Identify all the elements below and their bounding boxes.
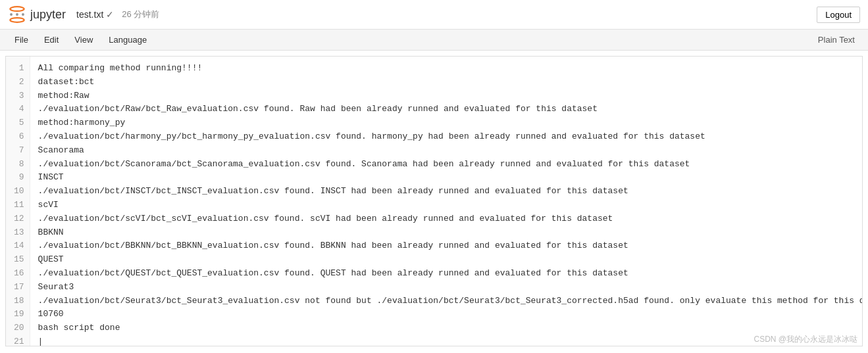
code-line: |: [38, 335, 857, 346]
code-line: ./evaluation/bct/INSCT/bct_INSCT_evaluat…: [38, 185, 857, 199]
line-number: 19: [11, 308, 27, 321]
save-time-text: 26 分钟前: [122, 9, 159, 20]
line-number: 6: [11, 130, 27, 144]
code-line: scVI: [38, 199, 857, 212]
topbar: jupyter test.txt ✓ 26 分钟前 Logout: [0, 0, 868, 30]
line-number: 8: [11, 158, 27, 172]
line-number: 10: [11, 185, 27, 199]
menubar: File Edit View Language Plain Text: [0, 30, 868, 51]
line-number: 1: [11, 62, 27, 76]
code-line: ./evaluation/bct/Scanorama/bct_Scanorama…: [38, 158, 857, 172]
svg-point-3: [16, 13, 18, 16]
jupyter-brand-text: jupyter: [30, 8, 66, 22]
code-line: method:harmony_py: [38, 116, 857, 130]
watermark-text: CSDN @我的心永远是冰冰哒: [753, 334, 857, 345]
menu-edit[interactable]: Edit: [38, 32, 65, 47]
code-line: method:Raw: [38, 89, 857, 103]
filename-text: test.txt: [76, 9, 103, 20]
line-number: 3: [11, 89, 27, 103]
svg-point-2: [10, 13, 13, 16]
code-line: INSCT: [38, 171, 857, 185]
line-number: 13: [11, 226, 27, 240]
line-number: 11: [11, 199, 27, 212]
svg-point-1: [10, 18, 24, 22]
code-line: ./evaluation/bct/QUEST/bct_QUEST_evaluat…: [38, 267, 857, 281]
code-line: QUEST: [38, 253, 857, 267]
line-number: 16: [11, 267, 27, 281]
menu-view[interactable]: View: [68, 32, 99, 47]
line-number: 12: [11, 212, 27, 226]
menu-language[interactable]: Language: [102, 32, 153, 47]
plain-text-indicator: Plain Text: [818, 35, 860, 45]
line-number: 20: [11, 321, 27, 335]
jupyter-logo-icon: [8, 5, 26, 24]
saved-checkmark-icon: ✓: [106, 9, 114, 20]
line-number: 7: [11, 144, 27, 158]
code-line: Seurat3: [38, 281, 857, 294]
line-number: 2: [11, 76, 27, 89]
code-content[interactable]: All comparing method running!!!!dataset:…: [30, 57, 862, 346]
code-line: ./evaluation/bct/BBKNN/bct_BBKNN_evaluat…: [38, 239, 857, 253]
line-number: 9: [11, 171, 27, 185]
code-line: ./evaluation/bct/harmony_py/bct_harmony_…: [38, 130, 857, 144]
menu-file[interactable]: File: [8, 32, 35, 47]
svg-point-4: [22, 13, 24, 16]
line-number: 14: [11, 239, 27, 253]
code-line: 10760: [38, 308, 857, 321]
filename-area: test.txt ✓ 26 分钟前: [76, 9, 159, 20]
code-line: dataset:bct: [38, 76, 857, 89]
code-line: bash script done: [38, 321, 857, 335]
line-number: 17: [11, 281, 27, 294]
line-number: 5: [11, 116, 27, 130]
code-line: Scanorama: [38, 144, 857, 158]
logout-button[interactable]: Logout: [817, 7, 860, 23]
line-number: 15: [11, 253, 27, 267]
line-numbers: 123456789101112131415161718192021: [6, 57, 30, 346]
code-line: ./evaluation/bct/Seurat3/bct_Seurat3_eva…: [38, 294, 857, 308]
line-number: 18: [11, 294, 27, 308]
code-line: BBKNN: [38, 226, 857, 240]
code-line: ./evaluation/bct/scVI/bct_scVI_evaluatio…: [38, 212, 857, 226]
svg-point-0: [10, 7, 24, 11]
line-number: 4: [11, 103, 27, 116]
code-line: ./evaluation/bct/Raw/bct_Raw_evaluation.…: [38, 103, 857, 116]
editor-container[interactable]: 123456789101112131415161718192021 All co…: [5, 56, 863, 346]
line-number: 21: [11, 335, 27, 346]
logo-area: jupyter: [8, 5, 66, 24]
code-line: All comparing method running!!!!: [38, 62, 857, 76]
